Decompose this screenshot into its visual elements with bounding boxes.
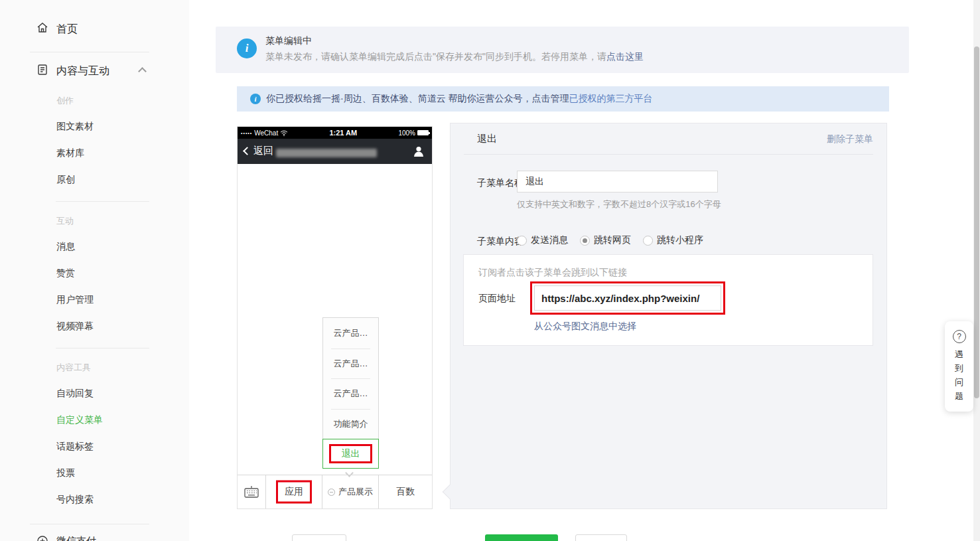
link-settings-box: 订阅者点击该子菜单会跳到以下链接 页面地址 从公众号图文消息中选择 bbox=[463, 254, 873, 346]
content-type-radios: 发送消息 跳转网页 跳转小程序 bbox=[517, 234, 715, 246]
radio-send-message[interactable]: 发送消息 bbox=[517, 234, 568, 246]
divider bbox=[56, 348, 149, 348]
click-here-link[interactable]: 点击这里 bbox=[606, 51, 644, 62]
page-url-label: 页面地址 bbox=[478, 293, 516, 305]
chevron-up-icon[interactable] bbox=[138, 67, 147, 76]
notice-body: 菜单未发布，请确认菜单编辑完成后点击"保存并发布"同步到手机。若停用菜单，请点击… bbox=[265, 51, 644, 63]
content-section-icon bbox=[36, 64, 48, 76]
link-hint: 订阅者点击该子菜单会跳到以下链接 bbox=[478, 267, 627, 279]
info-icon: i bbox=[237, 39, 257, 58]
popup-item-cloud-1[interactable]: 云产品… bbox=[323, 318, 378, 348]
sidebar-item-vote[interactable]: 投票 bbox=[56, 467, 75, 479]
sidebar-item-topic-tags[interactable]: 话题标签 bbox=[56, 441, 94, 453]
battery-percent: 100% bbox=[398, 129, 415, 137]
tab-menu-product[interactable]: 产品展示 bbox=[322, 475, 379, 508]
third-party-link[interactable]: 已授权的第三方平台 bbox=[569, 93, 653, 105]
signal-dots-icon: ••••• bbox=[241, 131, 252, 135]
sidebar-item-reward[interactable]: 赞赏 bbox=[56, 268, 75, 279]
tab-menu-product-label: 产品展示 bbox=[338, 486, 373, 498]
info-icon-small: i bbox=[250, 94, 261, 104]
radio-icon bbox=[517, 236, 527, 246]
radio-jump-miniprogram[interactable]: 跳转小程序 bbox=[643, 234, 703, 246]
help-label: 遇到问题 bbox=[954, 347, 964, 403]
menu-editing-notice: i 菜单编辑中 菜单未发布，请确认菜单编辑完成后点击"保存并发布"同步到手机。若… bbox=[216, 27, 909, 73]
minus-circle-icon bbox=[328, 489, 335, 496]
sidebar-item-partial[interactable]: 微信支付 bbox=[56, 535, 96, 541]
sidebar-group-interact: 互动 bbox=[56, 215, 74, 227]
help-float-button[interactable]: ? 遇到问题 bbox=[945, 321, 973, 412]
question-icon: ? bbox=[953, 330, 966, 343]
radio-icon bbox=[580, 236, 590, 246]
sidebar-item-custom-menu[interactable]: 自定义菜单 bbox=[56, 414, 103, 426]
sidebar-group-create: 创作 bbox=[56, 95, 74, 107]
sidebar: 首页 内容与互动 创作 图文素材 素材库 原创 互动 消息 赞赏 用户管理 视频… bbox=[0, 0, 189, 541]
sidebar-item-home[interactable]: 首页 bbox=[56, 23, 78, 37]
submenu-editor-panel: 退出 删除子菜单 子菜单名称 仅支持中英文和数字，字数不超过8个汉字或16个字母… bbox=[450, 123, 887, 509]
sidebar-item-video-danmu[interactable]: 视频弹幕 bbox=[56, 321, 94, 333]
sidebar-item-messages[interactable]: 消息 bbox=[56, 241, 75, 253]
page-url-input[interactable] bbox=[534, 285, 721, 311]
home-icon bbox=[36, 22, 48, 34]
phone-status-bar: ••••• WeChat 1:21 AM 100% bbox=[238, 127, 432, 139]
notice-title: 菜单编辑中 bbox=[265, 35, 312, 47]
carrier-label: WeChat bbox=[254, 129, 278, 137]
divider bbox=[56, 201, 149, 202]
sidebar-item-search[interactable]: 号内搜索 bbox=[56, 494, 94, 506]
submenu-popup: 云产品… 云产品… 云产品… 功能简介 bbox=[322, 317, 379, 439]
radio-jump-miniprogram-label: 跳转小程序 bbox=[657, 234, 703, 246]
profile-icon[interactable] bbox=[412, 145, 425, 158]
footer-button-right[interactable] bbox=[575, 534, 627, 541]
sidebar-group-tools: 内容工具 bbox=[56, 362, 91, 374]
divider bbox=[30, 52, 149, 52]
wifi-icon bbox=[280, 130, 288, 136]
phone-preview: ••••• WeChat 1:21 AM 100% 返回 云产品… 云产品… 云… bbox=[237, 126, 433, 509]
notice-body-text: 菜单未发布，请确认菜单编辑完成后点击"保存并发布"同步到手机。若停用菜单，请 bbox=[265, 51, 606, 62]
popup-item-cloud-2[interactable]: 云产品… bbox=[323, 348, 378, 379]
editor-title: 退出 bbox=[477, 133, 497, 145]
tab-menu-baishu-label: 百数 bbox=[396, 486, 415, 498]
radio-jump-webpage-label: 跳转网页 bbox=[594, 234, 631, 246]
clock-label: 1:21 AM bbox=[288, 129, 398, 137]
footer-button-left[interactable] bbox=[292, 534, 346, 541]
radio-icon bbox=[643, 236, 653, 246]
red-annotation-box bbox=[329, 444, 372, 463]
submenu-name-hint: 仅支持中英文和数字，字数不超过8个汉字或16个字母 bbox=[517, 198, 721, 210]
popup-item-intro[interactable]: 功能简介 bbox=[323, 409, 378, 439]
footer-button-primary[interactable] bbox=[485, 534, 558, 541]
back-label: 返回 bbox=[253, 145, 273, 157]
popup-item-cloud-3[interactable]: 云产品… bbox=[323, 378, 378, 409]
sidebar-item-media-library[interactable]: 素材库 bbox=[56, 147, 84, 159]
radio-send-message-label: 发送消息 bbox=[531, 234, 568, 246]
tab-menu-baishu[interactable]: 百数 bbox=[379, 475, 432, 508]
wechat-pay-icon bbox=[36, 535, 48, 541]
authorization-bar: i 你已授权给摇一摇·周边、百数体验、简道云 帮助你运营公众号，点击管理已授权的… bbox=[237, 86, 889, 112]
sidebar-item-original[interactable]: 原创 bbox=[56, 174, 75, 186]
radio-jump-webpage[interactable]: 跳转网页 bbox=[580, 234, 631, 246]
phone-tab-bar: 应用 产品展示 百数 bbox=[238, 475, 432, 508]
sidebar-section-content[interactable]: 内容与互动 bbox=[56, 64, 109, 78]
choose-from-articles-link[interactable]: 从公众号图文消息中选择 bbox=[534, 321, 636, 333]
keyboard-icon bbox=[244, 486, 259, 499]
blurred-account-name bbox=[276, 149, 377, 157]
divider bbox=[464, 154, 873, 155]
delete-submenu-link[interactable]: 删除子菜单 bbox=[827, 133, 873, 145]
sidebar-item-articles[interactable]: 图文素材 bbox=[56, 121, 94, 133]
back-button[interactable]: 返回 bbox=[244, 145, 273, 157]
keyboard-toggle[interactable] bbox=[238, 475, 266, 508]
red-annotation-box bbox=[276, 481, 312, 504]
submenu-name-input[interactable] bbox=[517, 171, 718, 193]
chevron-left-icon bbox=[243, 147, 251, 155]
panel-arrow bbox=[443, 485, 458, 500]
scrollbar-thumb[interactable] bbox=[974, 46, 979, 398]
popup-item-exit-selected[interactable]: 退出 bbox=[322, 439, 379, 469]
sidebar-item-user-management[interactable]: 用户管理 bbox=[56, 294, 94, 306]
battery-icon bbox=[417, 130, 429, 135]
tab-menu-app[interactable]: 应用 bbox=[266, 475, 322, 508]
scrollbar-track[interactable] bbox=[973, 0, 980, 541]
sidebar-item-auto-reply[interactable]: 自动回复 bbox=[56, 388, 94, 400]
phone-nav-bar: 返回 bbox=[238, 139, 432, 164]
divider bbox=[30, 524, 149, 524]
auth-text: 你已授权给摇一摇·周边、百数体验、简道云 帮助你运营公众号，点击管理 bbox=[266, 93, 569, 105]
